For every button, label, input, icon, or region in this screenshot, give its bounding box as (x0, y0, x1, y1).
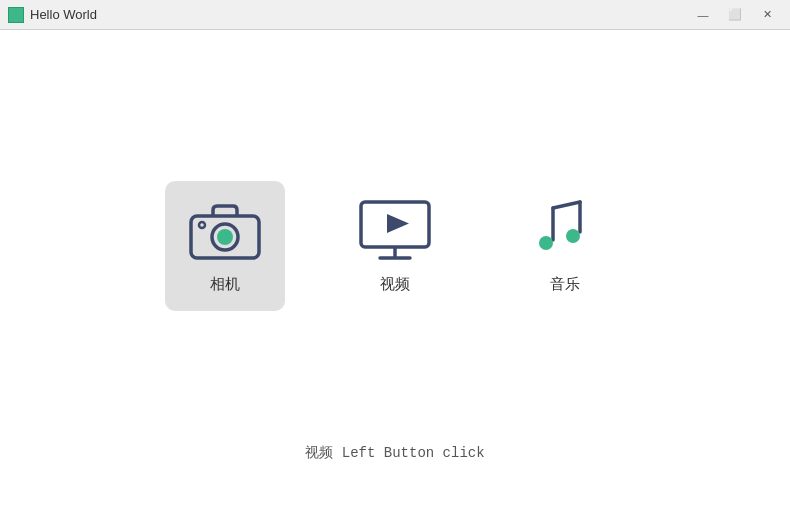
video-label: 视频 (380, 275, 410, 294)
app-icon (8, 7, 24, 23)
close-button[interactable]: ✕ (752, 5, 782, 25)
svg-point-2 (217, 229, 233, 245)
camera-button[interactable]: 相机 (165, 181, 285, 311)
video-button[interactable]: 视频 (335, 181, 455, 311)
titlebar-title: Hello World (30, 7, 97, 22)
titlebar-controls: — ⬜ ✕ (688, 5, 782, 25)
minimize-button[interactable]: — (688, 5, 718, 25)
camera-icon (185, 198, 265, 263)
music-button[interactable]: 音乐 (505, 181, 625, 311)
svg-point-3 (199, 222, 205, 228)
maximize-button[interactable]: ⬜ (720, 5, 750, 25)
camera-label: 相机 (210, 275, 240, 294)
status-text: 视频 Left Button click (305, 444, 484, 462)
svg-point-12 (566, 229, 580, 243)
main-content: 相机 视频 (0, 30, 790, 522)
music-icon (525, 198, 605, 263)
icons-row: 相机 视频 (165, 181, 625, 311)
music-label: 音乐 (550, 275, 580, 294)
svg-line-10 (553, 202, 580, 208)
svg-marker-7 (387, 214, 409, 233)
titlebar-left: Hello World (8, 7, 97, 23)
svg-point-11 (539, 236, 553, 250)
video-icon (355, 198, 435, 263)
titlebar: Hello World — ⬜ ✕ (0, 0, 790, 30)
